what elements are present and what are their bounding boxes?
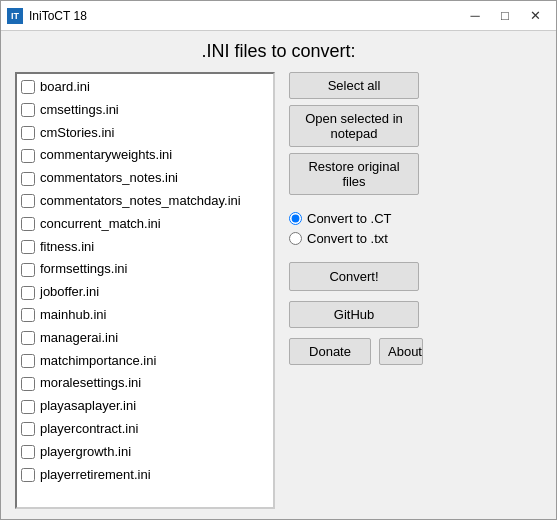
list-item: mainhub.ini <box>21 304 269 327</box>
radio-ct-label[interactable]: Convert to .CT <box>307 211 392 226</box>
list-item: managerai.ini <box>21 327 269 350</box>
file-label[interactable]: cmStories.ini <box>40 123 114 144</box>
file-list-container: board.inicmsettings.inicmStories.inicomm… <box>15 72 275 509</box>
file-checkbox[interactable] <box>21 217 35 231</box>
list-item: board.ini <box>21 76 269 99</box>
radio-ct[interactable] <box>289 212 302 225</box>
file-label[interactable]: fitness.ini <box>40 237 94 258</box>
file-checkbox[interactable] <box>21 80 35 94</box>
title-bar-left: IT IniToCT 18 <box>7 8 87 24</box>
file-label[interactable]: playercontract.ini <box>40 419 138 440</box>
file-checkbox[interactable] <box>21 354 35 368</box>
about-button[interactable]: About <box>379 338 423 365</box>
file-checkbox[interactable] <box>21 468 35 482</box>
list-item: commentators_notes.ini <box>21 167 269 190</box>
file-checkbox[interactable] <box>21 172 35 186</box>
file-checkbox[interactable] <box>21 286 35 300</box>
donate-button[interactable]: Donate <box>289 338 371 365</box>
file-label[interactable]: joboffer.ini <box>40 282 99 303</box>
convert-button[interactable]: Convert! <box>289 262 419 291</box>
close-button[interactable]: ✕ <box>520 5 550 27</box>
file-label[interactable]: formsettings.ini <box>40 259 127 280</box>
window-title: IniToCT 18 <box>29 9 87 23</box>
maximize-button[interactable]: □ <box>490 5 520 27</box>
file-label[interactable]: moralesettings.ini <box>40 373 141 394</box>
file-label[interactable]: board.ini <box>40 77 90 98</box>
radio-group: Convert to .CT Convert to .txt <box>289 211 542 246</box>
file-label[interactable]: playasaplayer.ini <box>40 396 136 417</box>
file-checkbox[interactable] <box>21 400 35 414</box>
file-checkbox[interactable] <box>21 422 35 436</box>
file-label[interactable]: commentators_notes.ini <box>40 168 178 189</box>
file-checkbox[interactable] <box>21 331 35 345</box>
open-in-notepad-button[interactable]: Open selected in notepad <box>289 105 419 147</box>
minimize-button[interactable]: ─ <box>460 5 490 27</box>
file-label[interactable]: mainhub.ini <box>40 305 107 326</box>
list-item: playerretirement.ini <box>21 464 269 487</box>
file-checkbox[interactable] <box>21 103 35 117</box>
file-checkbox[interactable] <box>21 194 35 208</box>
file-label[interactable]: commentaryweights.ini <box>40 145 172 166</box>
file-checkbox[interactable] <box>21 263 35 277</box>
list-item: joboffer.ini <box>21 281 269 304</box>
radio-txt[interactable] <box>289 232 302 245</box>
list-item: moralesettings.ini <box>21 372 269 395</box>
app-icon: IT <box>7 8 23 24</box>
radio-ct-item: Convert to .CT <box>289 211 542 226</box>
file-label[interactable]: playergrowth.ini <box>40 442 131 463</box>
list-item: cmStories.ini <box>21 122 269 145</box>
list-item: commentaryweights.ini <box>21 144 269 167</box>
list-item: playasaplayer.ini <box>21 395 269 418</box>
right-panel: Select all Open selected in notepad Rest… <box>289 72 542 509</box>
main-area: board.inicmsettings.inicmStories.inicomm… <box>15 72 542 509</box>
file-label[interactable]: managerai.ini <box>40 328 118 349</box>
file-label[interactable]: matchimportance.ini <box>40 351 156 372</box>
file-label[interactable]: playerretirement.ini <box>40 465 151 486</box>
list-item: fitness.ini <box>21 236 269 259</box>
file-list[interactable]: board.inicmsettings.inicmStories.inicomm… <box>15 72 275 509</box>
github-button[interactable]: GitHub <box>289 301 419 328</box>
radio-txt-label[interactable]: Convert to .txt <box>307 231 388 246</box>
list-item: playercontract.ini <box>21 418 269 441</box>
title-bar-buttons: ─ □ ✕ <box>460 5 550 27</box>
list-item: cmsettings.ini <box>21 99 269 122</box>
select-all-button[interactable]: Select all <box>289 72 419 99</box>
file-checkbox[interactable] <box>21 445 35 459</box>
list-item: matchimportance.ini <box>21 350 269 373</box>
file-checkbox[interactable] <box>21 149 35 163</box>
bottom-row: Donate About <box>289 338 542 365</box>
file-label[interactable]: cmsettings.ini <box>40 100 119 121</box>
file-label[interactable]: commentators_notes_matchday.ini <box>40 191 241 212</box>
title-bar: IT IniToCT 18 ─ □ ✕ <box>1 1 556 31</box>
list-item: playergrowth.ini <box>21 441 269 464</box>
file-checkbox[interactable] <box>21 308 35 322</box>
page-heading: .INI files to convert: <box>15 41 542 62</box>
list-item: commentators_notes_matchday.ini <box>21 190 269 213</box>
radio-txt-item: Convert to .txt <box>289 231 542 246</box>
restore-original-button[interactable]: Restore original files <box>289 153 419 195</box>
file-label[interactable]: concurrent_match.ini <box>40 214 161 235</box>
list-item: formsettings.ini <box>21 258 269 281</box>
file-checkbox[interactable] <box>21 240 35 254</box>
file-checkbox[interactable] <box>21 126 35 140</box>
app-window: IT IniToCT 18 ─ □ ✕ .INI files to conver… <box>0 0 557 520</box>
file-checkbox[interactable] <box>21 377 35 391</box>
main-content: .INI files to convert: board.inicmsettin… <box>1 31 556 519</box>
list-item: concurrent_match.ini <box>21 213 269 236</box>
